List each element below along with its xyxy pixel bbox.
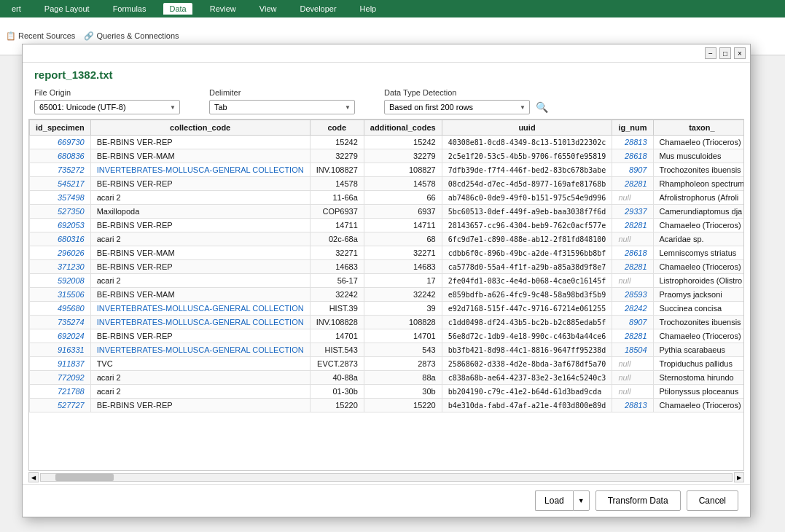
horizontal-scrollbar[interactable]: ◀ ▶ [28, 472, 744, 482]
ribbon-tab-developer[interactable]: Developer [294, 3, 342, 15]
cell-ig-num: 8907 [612, 163, 653, 177]
cell-uuid: ab7486c0-0de9-49f0-b151-975c54e9d996 [442, 191, 612, 205]
cell-additional-codes: 32271 [364, 246, 442, 260]
detect-types-button[interactable]: 🔍 [534, 100, 550, 114]
cell-additional-codes: 15242 [364, 136, 442, 149]
table-row: 315506BE-RBINS VER-MAM3224232242e859bdfb… [30, 288, 745, 302]
cell-uuid: cdbb6f0c-896b-49bc-a2de-4f31596bb8bf [442, 246, 612, 260]
ribbon-tab-formulas[interactable]: Formulas [107, 3, 152, 15]
cell-collection-code: BE-RBINS VER-REP [90, 136, 310, 149]
cell-taxon: Mus musculoides [653, 149, 744, 163]
delimiter-label: Delimiter [209, 88, 355, 97]
cell-taxon: Pythia scarabaeus [653, 343, 744, 357]
ribbon-tab-review[interactable]: Review [204, 3, 242, 15]
cell-ig-num: 28281 [612, 260, 653, 274]
table-row: 692053BE-RBINS VER-REP147111471128143657… [30, 219, 745, 232]
datatype-group: Data Type Detection Based on first 200 r… [384, 88, 550, 114]
cell-taxon: Sternostoma hirundo [653, 371, 744, 385]
cell-uuid: 40308e81-0cd8-4349-8c13-51013d22302c [442, 136, 612, 149]
delimiter-group: Delimiter Tab [209, 88, 355, 114]
recent-sources-btn[interactable]: 📋 Recent Sources [6, 31, 75, 41]
queries-connections-btn[interactable]: 🔗 Queries & Connections [84, 31, 179, 41]
cell-additional-codes: 2873 [364, 357, 442, 371]
table-row: 357498acari 211-66a66ab7486c0-0de9-49f0-… [30, 191, 745, 205]
cell-additional-codes: 39 [364, 302, 442, 316]
load-button[interactable]: Load [535, 490, 573, 511]
datatype-label: Data Type Detection [384, 88, 550, 97]
cell-collection-code: INVERTEBRATES-MOLLUSCA-GENERAL COLLECTIO… [90, 302, 310, 316]
scroll-left-arrow[interactable]: ◀ [28, 472, 39, 482]
cell-id-specimen: 371230 [30, 260, 91, 274]
dialog-titlebar: − □ × [23, 44, 750, 63]
cell-ig-num: 28281 [612, 329, 653, 343]
cell-code: 32279 [310, 149, 364, 163]
cell-code: 14683 [310, 260, 364, 274]
cell-uuid: bb204190-c79c-41e2-b64d-61d3bad9cda [442, 385, 612, 399]
delimiter-select[interactable]: Tab [209, 100, 355, 114]
transform-data-button[interactable]: Transform Data [595, 490, 681, 511]
cell-taxon: Chamaeleo (Trioceros) [653, 329, 744, 343]
ribbon-tab-data[interactable]: Data [163, 3, 192, 15]
col-header-ig-num: ig_num [612, 120, 653, 136]
table-row: 735272INVERTEBRATES-MOLLUSCA-GENERAL COL… [30, 163, 745, 177]
cell-ig-num: 18504 [612, 343, 653, 357]
cancel-button[interactable]: Cancel [687, 490, 738, 511]
cell-collection-code: acari 2 [90, 191, 310, 205]
cell-id-specimen: 495680 [30, 302, 91, 316]
cell-id-specimen: 735274 [30, 316, 91, 329]
table-row: 692024BE-RBINS VER-REP147011470156e8d72c… [30, 329, 745, 343]
cell-collection-code: BE-RBINS VER-REP [90, 219, 310, 232]
cell-additional-codes: 14683 [364, 260, 442, 274]
table-row: 772092acari 240-88a88ac838a68b-ae64-4237… [30, 371, 745, 385]
cell-id-specimen: 721788 [30, 385, 91, 399]
table-row: 527727BE-RBINS VER-REP1522015220b4e310da… [30, 399, 745, 412]
cell-additional-codes: 14711 [364, 219, 442, 232]
table-row: 721788acari 201-30b30bbb204190-c79c-41e2… [30, 385, 745, 399]
cell-id-specimen: 296026 [30, 246, 91, 260]
ribbon-tab-help[interactable]: Help [354, 3, 383, 15]
cell-additional-codes: 14701 [364, 329, 442, 343]
maximize-button[interactable]: □ [719, 47, 731, 59]
cell-id-specimen: 772092 [30, 371, 91, 385]
cell-collection-code: INVERTEBRATES-MOLLUSCA-GENERAL COLLECTIO… [90, 163, 310, 177]
file-origin-select[interactable]: 65001: Unicode (UTF-8) [34, 100, 180, 114]
cell-collection-code: BE-RBINS VER-REP [90, 329, 310, 343]
hscroll-thumb[interactable] [55, 474, 114, 481]
cell-additional-codes: 108827 [364, 163, 442, 177]
table-row: 371230BE-RBINS VER-REP1468314683ca5778d0… [30, 260, 745, 274]
load-dropdown-button[interactable]: ▼ [573, 490, 590, 511]
ribbon-tab-ert[interactable]: ert [6, 3, 27, 15]
cell-uuid: e859bdfb-a626-4fc9-9c48-58a98bd3f5b9 [442, 288, 612, 302]
close-button[interactable]: × [734, 47, 746, 59]
cell-collection-code: INVERTEBRATES-MOLLUSCA-GENERAL COLLECTIO… [90, 343, 310, 357]
cell-id-specimen: 735272 [30, 163, 91, 177]
dialog-title: report_1382.txt [23, 63, 750, 84]
dialog-footer: Load ▼ Transform Data Cancel [23, 484, 750, 517]
cell-id-specimen: 527350 [30, 205, 91, 219]
cell-taxon: Tropiduchus pallidus [653, 357, 744, 371]
cell-ig-num: 8907 [612, 316, 653, 329]
table-row: 911837TVCEVCT.2873287325868602-d338-4d2e… [30, 357, 745, 371]
minimize-button[interactable]: − [705, 47, 716, 59]
file-origin-group: File Origin 65001: Unicode (UTF-8) [34, 88, 180, 114]
cell-taxon: Trochozonites ibuensis [653, 163, 744, 177]
ribbon-tab-view[interactable]: View [254, 3, 283, 15]
cell-additional-codes: 14578 [364, 177, 442, 191]
cell-ig-num: null [612, 357, 653, 371]
ribbon-tab-pagelayout[interactable]: Page Layout [39, 3, 95, 15]
data-preview-table: id_specimen collection_code code additio… [29, 120, 744, 412]
cell-taxon: Succinea concisa [653, 302, 744, 316]
cell-taxon: Lemniscomys striatus [653, 246, 744, 260]
cell-ig-num: null [612, 371, 653, 385]
cell-id-specimen: 592008 [30, 274, 91, 288]
cell-uuid: 56e8d72c-1db9-4e18-990c-c463b4a44ce6 [442, 329, 612, 343]
cell-uuid: 5bc60513-0def-449f-a9eb-baa3038f7f6d [442, 205, 612, 219]
scroll-right-arrow[interactable]: ▶ [734, 472, 744, 482]
cell-code: HIST.39 [310, 302, 364, 316]
data-preview-table-container[interactable]: id_specimen collection_code code additio… [28, 119, 744, 471]
cell-ig-num: 28281 [612, 219, 653, 232]
col-header-additional-codes: additional_codes [364, 120, 442, 136]
cell-code: 15242 [310, 136, 364, 149]
cell-uuid: c838a68b-ae64-4237-83e2-3e164c5240c3 [442, 371, 612, 385]
datatype-select[interactable]: Based on first 200 rows [384, 100, 530, 114]
